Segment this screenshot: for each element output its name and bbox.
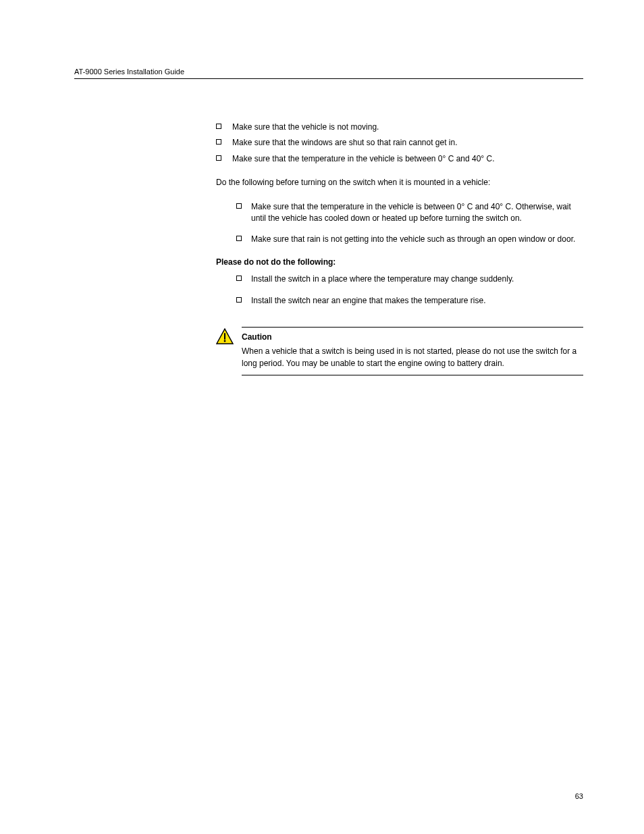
bullet-icon xyxy=(236,295,251,303)
dont-heading: Please do not do the following: xyxy=(216,257,583,268)
list-item: Make sure that rain is not getting into … xyxy=(236,234,583,245)
bullet-icon xyxy=(216,122,232,129)
caution-text: When a vehicle that a switch is being us… xyxy=(242,346,583,369)
warning-icon xyxy=(216,328,234,344)
bullet-icon xyxy=(236,273,251,281)
bullet-icon xyxy=(236,201,251,209)
caution-body: Caution When a vehicle that a switch is … xyxy=(242,327,583,375)
list-item: Make sure that the vehicle is not moving… xyxy=(216,122,583,133)
bullet-icon xyxy=(216,137,232,145)
list-item-text: Make sure that the temperature in the ve… xyxy=(232,153,494,165)
page-number: 63 xyxy=(575,792,583,800)
bullet-list-third: Install the switch in a place where the … xyxy=(216,273,583,307)
list-item: Install the switch in a place where the … xyxy=(236,273,583,285)
caution-title: Caution xyxy=(242,332,583,343)
list-item: Make sure that the windows are shut so t… xyxy=(216,137,583,149)
intro-paragraph: Do the following before turning on the s… xyxy=(216,177,583,188)
page: AT-9000 Series Installation Guide Make s… xyxy=(0,0,644,834)
caution-icon-col xyxy=(216,327,242,344)
bullet-icon xyxy=(236,234,251,241)
bullet-list-top: Make sure that the vehicle is not moving… xyxy=(216,122,583,165)
list-item-text: Install the switch near an engine that m… xyxy=(251,295,486,307)
list-item-text: Make sure that the vehicle is not moving… xyxy=(232,122,379,133)
caution-top-rule xyxy=(242,327,583,328)
caution-box: Caution When a vehicle that a switch is … xyxy=(216,327,583,375)
header-rule xyxy=(74,78,583,79)
document-title: AT-9000 Series Installation Guide xyxy=(74,68,583,76)
list-item: Make sure that the temperature in the ve… xyxy=(216,153,583,165)
page-header: AT-9000 Series Installation Guide xyxy=(74,68,583,79)
caution-bottom-rule xyxy=(242,375,583,375)
list-item-text: Make sure that rain is not getting into … xyxy=(251,234,575,245)
list-item-text: Make sure that the temperature in the ve… xyxy=(251,201,583,225)
bullet-list-second: Make sure that the temperature in the ve… xyxy=(216,201,583,246)
list-item: Install the switch near an engine that m… xyxy=(236,295,583,307)
bullet-icon xyxy=(216,153,232,161)
page-content: Make sure that the vehicle is not moving… xyxy=(216,122,583,375)
svg-point-2 xyxy=(224,340,226,342)
list-item: Make sure that the temperature in the ve… xyxy=(236,201,583,225)
list-item-text: Make sure that the windows are shut so t… xyxy=(232,137,458,149)
list-item-text: Install the switch in a place where the … xyxy=(251,273,514,285)
